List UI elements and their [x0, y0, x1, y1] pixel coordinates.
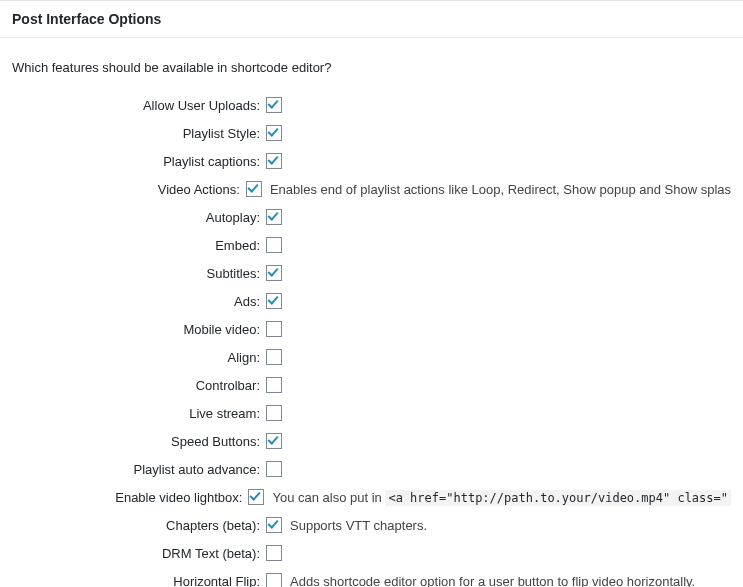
option-label: Autoplay:: [12, 210, 266, 225]
option-checkbox[interactable]: [266, 97, 282, 113]
option-checkbox[interactable]: [266, 153, 282, 169]
option-row: Playlist Style:: [12, 123, 731, 143]
option-label: Align:: [12, 350, 266, 365]
option-checkbox[interactable]: [266, 209, 282, 225]
option-checkbox[interactable]: [266, 237, 282, 253]
option-checkbox[interactable]: [266, 293, 282, 309]
option-row: Chapters (beta):Supports VTT chapters.: [12, 515, 731, 535]
option-row: Ads:: [12, 291, 731, 311]
option-row: Allow User Uploads:: [12, 95, 731, 115]
option-row: Autoplay:: [12, 207, 731, 227]
option-checkbox[interactable]: [246, 181, 262, 197]
option-row: Controlbar:: [12, 375, 731, 395]
option-label: Mobile video:: [12, 322, 266, 337]
checkbox-wrap: [266, 349, 282, 365]
option-help-text: You can also put in: [272, 490, 385, 505]
option-row: Enable video lightbox:You can also put i…: [12, 487, 731, 507]
checkbox-wrap: [266, 265, 282, 281]
post-interface-options-panel: Post Interface Options Which features sh…: [0, 0, 743, 587]
panel-description: Which features should be available in sh…: [0, 38, 743, 95]
option-help: Enables end of playlist actions like Loo…: [270, 182, 731, 197]
option-help-code: <a href="http://path.to.your/video.mp4" …: [385, 490, 731, 506]
option-label: Allow User Uploads:: [12, 98, 266, 113]
option-label: Playlist Style:: [12, 126, 266, 141]
checkbox-wrap: [266, 517, 282, 533]
option-help: Supports VTT chapters.: [290, 518, 427, 533]
option-label: Chapters (beta):: [12, 518, 266, 533]
option-checkbox[interactable]: [266, 321, 282, 337]
panel-title: Post Interface Options: [0, 1, 743, 38]
checkbox-wrap: [266, 405, 282, 421]
checkbox-wrap: [266, 321, 282, 337]
option-checkbox[interactable]: [266, 461, 282, 477]
option-row: Mobile video:: [12, 319, 731, 339]
option-row: Video Actions:Enables end of playlist ac…: [12, 179, 731, 199]
option-row: Speed Buttons:: [12, 431, 731, 451]
options-list: Allow User Uploads:Playlist Style:Playli…: [0, 95, 743, 587]
checkbox-wrap: [266, 209, 282, 225]
option-row: DRM Text (beta):: [12, 543, 731, 563]
option-checkbox[interactable]: [266, 349, 282, 365]
checkbox-wrap: [266, 433, 282, 449]
option-checkbox[interactable]: [248, 489, 264, 505]
option-checkbox[interactable]: [266, 125, 282, 141]
option-row: Live stream:: [12, 403, 731, 423]
option-label: Horizontal Flip:: [12, 574, 266, 588]
option-row: Subtitles:: [12, 263, 731, 283]
option-label: Ads:: [12, 294, 266, 309]
checkbox-wrap: [266, 545, 282, 561]
checkbox-wrap: [266, 293, 282, 309]
option-label: Controlbar:: [12, 378, 266, 393]
option-label: Speed Buttons:: [12, 434, 266, 449]
option-label: Live stream:: [12, 406, 266, 421]
checkbox-wrap: [248, 489, 264, 505]
option-row: Embed:: [12, 235, 731, 255]
option-checkbox[interactable]: [266, 265, 282, 281]
checkbox-wrap: [266, 153, 282, 169]
option-row: Playlist auto advance:: [12, 459, 731, 479]
option-label: Subtitles:: [12, 266, 266, 281]
option-label: Playlist auto advance:: [12, 462, 266, 477]
option-checkbox[interactable]: [266, 573, 282, 587]
option-help: Adds shortcode editor option for a user …: [290, 574, 695, 588]
checkbox-wrap: [246, 181, 262, 197]
checkbox-wrap: [266, 237, 282, 253]
checkbox-wrap: [266, 125, 282, 141]
checkbox-wrap: [266, 461, 282, 477]
option-row: Horizontal Flip:Adds shortcode editor op…: [12, 571, 731, 587]
option-checkbox[interactable]: [266, 405, 282, 421]
option-label: Embed:: [12, 238, 266, 253]
option-label: Enable video lightbox:: [12, 490, 248, 505]
option-checkbox[interactable]: [266, 377, 282, 393]
option-row: Playlist captions:: [12, 151, 731, 171]
option-label: Playlist captions:: [12, 154, 266, 169]
option-checkbox[interactable]: [266, 545, 282, 561]
checkbox-wrap: [266, 97, 282, 113]
option-label: Video Actions:: [12, 182, 246, 197]
option-checkbox[interactable]: [266, 433, 282, 449]
option-checkbox[interactable]: [266, 517, 282, 533]
checkbox-wrap: [266, 377, 282, 393]
checkbox-wrap: [266, 573, 282, 587]
option-label: DRM Text (beta):: [12, 546, 266, 561]
option-row: Align:: [12, 347, 731, 367]
option-help: You can also put in <a href="http://path…: [272, 490, 731, 505]
